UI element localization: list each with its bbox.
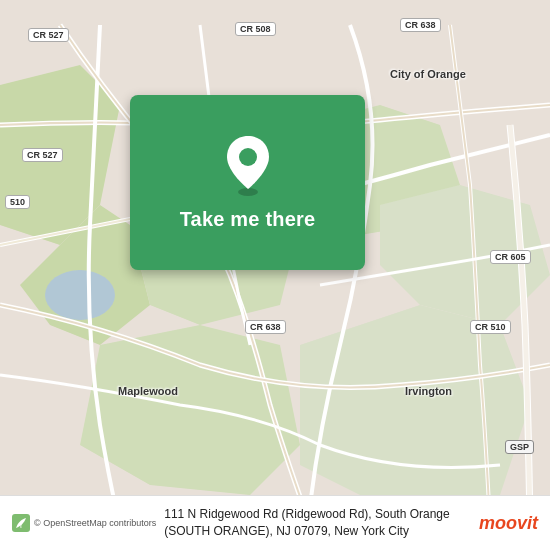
road-badge-cr508-top: CR 508 (235, 22, 276, 36)
svg-marker-8 (300, 305, 530, 505)
road-badge-gsp: GSP (505, 440, 534, 454)
road-badge-cr638-top: CR 638 (400, 18, 441, 32)
place-label-maplewood: Maplewood (118, 385, 178, 397)
road-badge-cr510-bot: CR 510 (470, 320, 511, 334)
svg-point-12 (239, 148, 257, 166)
place-label-city-of-orange: City of Orange (390, 68, 466, 80)
road-badge-cr527-top: CR 527 (28, 28, 69, 42)
svg-point-11 (238, 188, 258, 196)
road-badge-510: 510 (5, 195, 30, 209)
map-container: CR 527 CR 508 CR 638 CR 527 CR 508 510 C… (0, 0, 550, 550)
map-svg (0, 0, 550, 550)
place-label-irvington: Irvington (405, 385, 452, 397)
osm-leaf-icon (12, 514, 30, 532)
road-badge-cr638-bot: CR 638 (245, 320, 286, 334)
take-me-there-button[interactable]: Take me there (180, 208, 316, 231)
road-badge-cr527-mid: CR 527 (22, 148, 63, 162)
moovit-label: moovit (479, 513, 538, 534)
location-pin-icon (222, 134, 274, 196)
moovit-logo: moovit (479, 513, 538, 534)
location-card[interactable]: Take me there (130, 95, 365, 270)
road-badge-cr605: CR 605 (490, 250, 531, 264)
svg-point-3 (45, 270, 115, 320)
address-text: 111 N Ridgewood Rd (Ridgewood Rd), South… (164, 506, 471, 540)
osm-attribution: © OpenStreetMap contributors (12, 514, 156, 532)
osm-label: © OpenStreetMap contributors (34, 518, 156, 528)
bottom-bar: © OpenStreetMap contributors 111 N Ridge… (0, 495, 550, 550)
